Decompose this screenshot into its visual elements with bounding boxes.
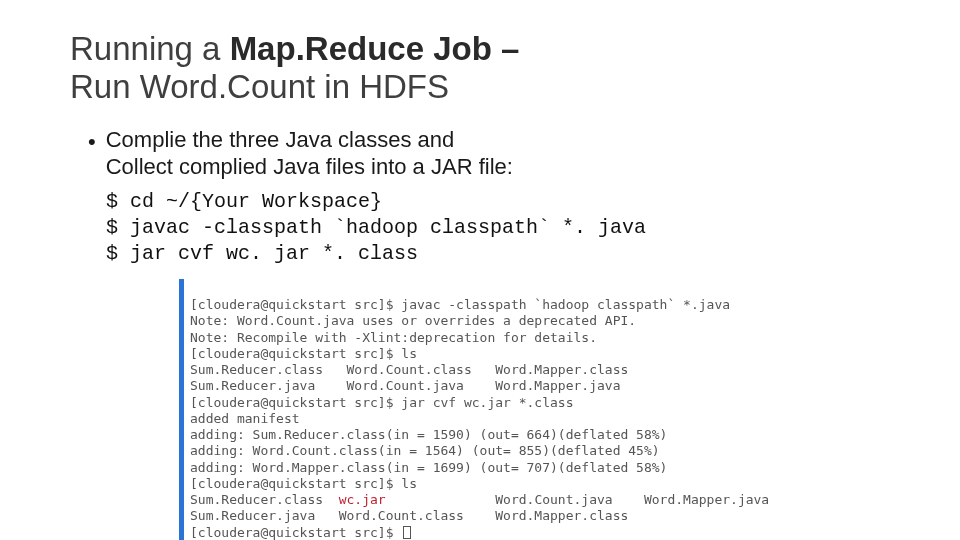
- terminal-line: Sum.Reducer.class wc.jar Word.Count.java…: [190, 492, 769, 507]
- terminal-line: Sum.Reducer.class Word.Count.class Word.…: [190, 362, 628, 377]
- terminal-line: adding: Word.Count.class(in = 1564) (out…: [190, 443, 660, 458]
- slide-subtitle: Run Word.Count in HDFS: [70, 68, 890, 106]
- command-line: $ javac -classpath `hadoop classpath` *.…: [106, 215, 890, 241]
- terminal-line: Sum.Reducer.java Word.Count.class Word.M…: [190, 508, 628, 523]
- title-prefix: Running a: [70, 30, 230, 67]
- slide-title: Running a Map.Reduce Job –: [70, 30, 890, 68]
- terminal-line: adding: Sum.Reducer.class(in = 1590) (ou…: [190, 427, 667, 442]
- bullet-text: Complie the three Java classes and Colle…: [106, 126, 513, 181]
- prompt: [cloudera@quickstart src]$: [190, 525, 401, 540]
- bullet-marker: •: [88, 128, 96, 183]
- terminal-line: [cloudera@quickstart src]$ jar cvf wc.ja…: [190, 395, 574, 410]
- title-bold: Map.Reduce Job –: [230, 30, 520, 67]
- terminal-line: adding: Word.Mapper.class(in = 1699) (ou…: [190, 460, 667, 475]
- ls-entry: Sum.Reducer.class: [190, 492, 339, 507]
- bullet-line-2: Collect complied Java files into a JAR f…: [106, 153, 513, 181]
- command-line: $ cd ~/{Your Workspace}: [106, 189, 890, 215]
- terminal-line: Sum.Reducer.java Word.Count.java Word.Ma…: [190, 378, 620, 393]
- terminal-line: added manifest: [190, 411, 300, 426]
- terminal-line: [cloudera@quickstart src]$ ls: [190, 476, 417, 491]
- bullet-line-1: Complie the three Java classes and: [106, 126, 513, 154]
- terminal-screenshot: [cloudera@quickstart src]$ javac -classp…: [179, 279, 821, 540]
- terminal-line: [cloudera@quickstart src]$ ls: [190, 346, 417, 361]
- terminal-line: Note: Recompile with -Xlint:deprecation …: [190, 330, 597, 345]
- terminal-line: Note: Word.Count.java uses or overrides …: [190, 313, 636, 328]
- terminal-line: [cloudera@quickstart src]$: [190, 525, 411, 540]
- bullet-item: • Complie the three Java classes and Col…: [88, 126, 890, 181]
- terminal-line: [cloudera@quickstart src]$ javac -classp…: [190, 297, 730, 312]
- ls-entry: Word.Count.java Word.Mapper.java: [386, 492, 770, 507]
- command-line: $ jar cvf wc. jar *. class: [106, 241, 890, 267]
- ls-entry-highlight: wc.jar: [339, 492, 386, 507]
- terminal-output: [cloudera@quickstart src]$ javac -classp…: [184, 279, 821, 540]
- slide: Running a Map.Reduce Job – Run Word.Coun…: [0, 0, 960, 540]
- command-block: $ cd ~/{Your Workspace} $ javac -classpa…: [106, 189, 890, 267]
- terminal-cursor: [403, 526, 411, 539]
